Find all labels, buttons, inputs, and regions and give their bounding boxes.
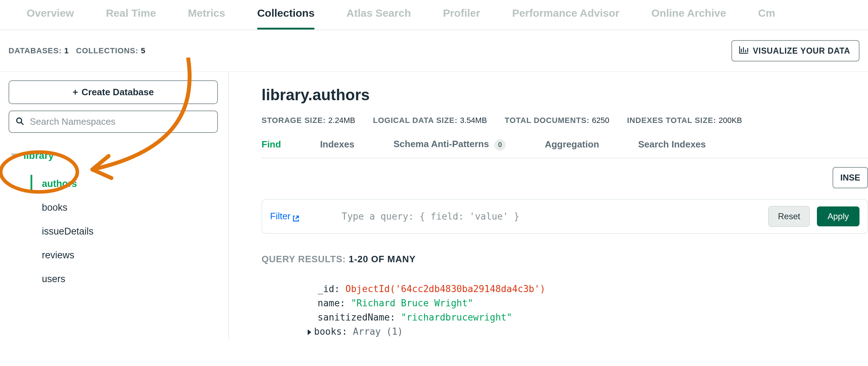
search-input[interactable] [30, 116, 211, 127]
create-database-button[interactable]: + Create Database [9, 80, 218, 104]
schema-badge: 0 [494, 139, 506, 151]
tab-schema-anti-patterns[interactable]: Schema Anti-Patterns 0 [394, 139, 506, 151]
doc-sanitized-value: "richardbrucewright" [401, 312, 512, 323]
svg-point-0 [17, 118, 22, 123]
tab-metrics[interactable]: Metrics [188, 7, 225, 29]
logical-size-label: LOGICAL DATA SIZE: [373, 116, 457, 125]
caret-down-icon [11, 154, 18, 158]
document-view: _id: ObjectId('64cc2db4830ba29148da4c3b'… [262, 282, 868, 339]
collection-stats: STORAGE SIZE: 2.24MB LOGICAL DATA SIZE: … [262, 116, 868, 125]
databases-label: DATABASES: [9, 46, 62, 55]
sidebar: + Create Database library authors books … [0, 72, 229, 339]
collections-label: COLLECTIONS: [76, 46, 138, 55]
external-link-icon [293, 213, 299, 220]
tab-indexes[interactable]: Indexes [320, 139, 355, 150]
tab-collections[interactable]: Collections [257, 7, 315, 29]
filter-bar: Filter Reset Apply [262, 199, 868, 234]
indexes-size-value: 200KB [719, 116, 742, 125]
total-docs-value: 6250 [592, 116, 609, 125]
insert-document-button[interactable]: INSE [833, 167, 868, 188]
collection-issuedetails[interactable]: issueDetails [31, 220, 220, 243]
visualize-label: VISUALIZE YOUR DATA [753, 46, 850, 56]
tab-search-indexes[interactable]: Search Indexes [638, 139, 706, 150]
tab-overview[interactable]: Overview [27, 7, 74, 29]
tab-find[interactable]: Find [262, 139, 281, 150]
tab-realtime[interactable]: Real Time [106, 7, 156, 29]
doc-id-value: ObjectId('64cc2db4830ba29148da4c3b') [345, 284, 545, 294]
doc-books-value: Array (1) [353, 326, 403, 337]
collection-tabs: Find Indexes Schema Anti-Patterns 0 Aggr… [262, 139, 868, 151]
logical-size-value: 3.54MB [460, 116, 487, 125]
doc-books-key: books: [314, 326, 347, 337]
total-docs-label: TOTAL DOCUMENTS: [505, 116, 589, 125]
collection-list: authors books issueDetails reviews users [9, 172, 220, 291]
tab-profiler[interactable]: Profiler [443, 7, 480, 29]
collections-count: 5 [141, 46, 145, 55]
chart-bar-icon [739, 46, 748, 56]
collection-reviews[interactable]: reviews [31, 243, 220, 267]
collection-title: library.authors [262, 86, 868, 104]
databases-count: 1 [64, 46, 69, 55]
expand-caret-icon[interactable] [308, 329, 311, 335]
plus-icon: + [73, 87, 78, 98]
storage-size-label: STORAGE SIZE: [262, 116, 326, 125]
tab-aggregation[interactable]: Aggregation [545, 139, 599, 150]
tab-schema-label: Schema Anti-Patterns [394, 139, 489, 149]
tab-cmd-truncated[interactable]: Cm [758, 7, 775, 29]
storage-size-value: 2.24MB [328, 116, 355, 125]
svg-line-1 [21, 122, 23, 125]
search-icon [16, 117, 24, 127]
filter-query-input[interactable] [306, 211, 761, 222]
top-nav-tabs: Overview Real Time Metrics Collections A… [0, 0, 868, 30]
doc-id-key: _id: [318, 284, 340, 294]
stats-bar: DATABASES: 1 COLLECTIONS: 5 VISUALIZE YO… [0, 30, 868, 72]
database-name: library [23, 150, 54, 161]
doc-sanitized-key: sanitizedName: [318, 312, 395, 323]
results-range: 1-20 OF MANY [349, 254, 416, 264]
filter-label: Filter [270, 211, 291, 222]
main-content: library.authors STORAGE SIZE: 2.24MB LOG… [229, 72, 868, 339]
tab-performance-advisor[interactable]: Performance Advisor [512, 7, 619, 29]
collection-users[interactable]: users [31, 267, 220, 291]
doc-name-value: "Richard Bruce Wright" [351, 298, 473, 308]
filter-link[interactable]: Filter [270, 211, 299, 222]
reset-button[interactable]: Reset [768, 206, 810, 227]
collection-authors[interactable]: authors [31, 172, 220, 196]
collection-books[interactable]: books [31, 196, 220, 220]
create-db-label: Create Database [82, 87, 154, 98]
database-library[interactable]: library [9, 150, 220, 161]
tab-online-archive[interactable]: Online Archive [652, 7, 726, 29]
results-prefix: QUERY RESULTS: [262, 254, 346, 264]
query-results-label: QUERY RESULTS: 1-20 OF MANY [262, 254, 868, 265]
apply-button[interactable]: Apply [817, 206, 859, 226]
visualize-data-button[interactable]: VISUALIZE YOUR DATA [731, 40, 859, 61]
indexes-size-label: INDEXES TOTAL SIZE: [627, 116, 716, 125]
doc-name-key: name: [318, 298, 345, 308]
search-namespaces-field[interactable] [9, 111, 218, 133]
tab-atlas-search[interactable]: Atlas Search [346, 7, 411, 29]
